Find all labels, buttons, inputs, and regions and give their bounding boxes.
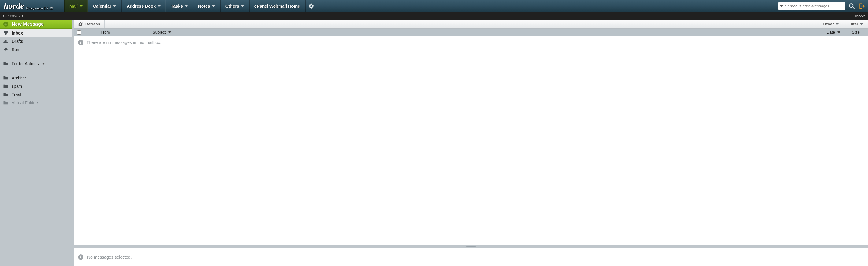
plus-circle-icon — [3, 22, 8, 27]
sidebar-folder-trash[interactable]: Trash — [0, 90, 71, 98]
refresh-button[interactable]: Refresh — [74, 20, 104, 28]
preview-empty-text: No messages selected. — [87, 255, 132, 260]
nav-mail[interactable]: Mail — [64, 0, 88, 12]
chevron-down-icon — [836, 23, 839, 25]
column-headers: From Subject Date Size — [74, 29, 868, 36]
refresh-icon — [78, 22, 83, 27]
drafts-icon — [3, 39, 8, 44]
search-input[interactable] — [785, 4, 844, 8]
sidebar: New Message Inbox Drafts Sent Folder Act… — [0, 20, 71, 266]
nav-calendar-label: Calendar — [93, 4, 111, 8]
chevron-down-icon — [212, 5, 215, 7]
column-from[interactable]: From — [99, 30, 151, 35]
gear-icon — [308, 3, 314, 9]
brand-tagline: Groupware 5.2.22 — [26, 6, 53, 12]
column-date[interactable]: Date — [807, 30, 843, 35]
main-area: New Message Inbox Drafts Sent Folder Act… — [0, 20, 868, 266]
new-message-button[interactable]: New Message — [0, 20, 71, 29]
search-button[interactable] — [848, 3, 855, 9]
svg-line-1 — [853, 7, 855, 8]
filter-dropdown[interactable]: Filter — [843, 20, 868, 28]
sidebar-item-sent[interactable]: Sent — [0, 45, 71, 54]
status-strip: 08/30/2020 Inbox — [0, 12, 868, 20]
nav-mail-label: Mail — [69, 4, 78, 8]
sent-icon — [3, 47, 8, 52]
info-icon: i — [78, 40, 84, 45]
sidebar-folder-spam[interactable]: spam — [0, 82, 71, 90]
chevron-down-icon — [157, 5, 161, 7]
folder-icon — [3, 76, 8, 80]
nav-notes-label: Notes — [198, 4, 210, 8]
sidebar-item-drafts[interactable]: Drafts — [0, 37, 71, 45]
chevron-down-icon — [113, 5, 116, 7]
folder-actions-label: Folder Actions — [11, 61, 39, 66]
sidebar-item-label: Drafts — [11, 39, 23, 44]
nav-tasks[interactable]: Tasks — [166, 0, 193, 12]
filter-label: Filter — [848, 22, 858, 26]
other-dropdown[interactable]: Other — [818, 20, 844, 28]
message-toolbar: Refresh Other Filter — [74, 20, 868, 29]
column-from-label: From — [101, 30, 110, 35]
sidebar-item-label: Archive — [11, 75, 26, 80]
sidebar-folder-archive[interactable]: Archive — [0, 74, 71, 82]
info-icon: i — [78, 254, 84, 260]
chevron-down-icon — [168, 32, 171, 33]
folder-icon — [3, 84, 8, 88]
svg-point-0 — [849, 4, 853, 7]
nav-address-book-label: Address Book — [127, 4, 156, 8]
chevron-down-icon — [80, 5, 83, 7]
content-pane: Refresh Other Filter From Subject — [74, 20, 868, 266]
settings-button[interactable] — [305, 0, 317, 12]
primary-nav: Mail Calendar Address Book Tasks Notes O… — [64, 0, 317, 12]
refresh-label: Refresh — [85, 22, 100, 26]
column-subject[interactable]: Subject — [151, 30, 807, 35]
message-preview-pane: i No messages selected. — [74, 248, 868, 266]
horizontal-splitter[interactable] — [74, 245, 868, 248]
new-message-label: New Message — [11, 22, 44, 27]
column-size[interactable]: Size — [843, 30, 868, 35]
chevron-down-icon — [42, 63, 45, 65]
sidebar-item-inbox[interactable]: Inbox — [0, 29, 71, 37]
brand-logo: horde — [4, 0, 24, 12]
inbox-icon — [3, 31, 8, 35]
sidebar-divider — [0, 56, 71, 56]
empty-mailbox-text: There are no messages in this mailbox. — [87, 40, 161, 45]
nav-cpanel-home[interactable]: cPanel Webmail Home — [249, 0, 305, 12]
logout-button[interactable] — [858, 3, 865, 9]
sidebar-item-label: Inbox — [11, 31, 23, 35]
nav-others-label: Others — [225, 4, 239, 8]
column-date-label: Date — [827, 30, 835, 35]
logout-icon — [858, 3, 865, 9]
nav-others[interactable]: Others — [220, 0, 249, 12]
vertical-splitter[interactable] — [71, 20, 74, 266]
folder-actions-dropdown[interactable]: Folder Actions — [0, 59, 71, 68]
column-subject-label: Subject — [153, 30, 166, 35]
top-navbar: horde Groupware 5.2.22 Mail Calendar Add… — [0, 0, 868, 12]
search-icon — [848, 3, 855, 9]
other-label: Other — [823, 22, 834, 26]
chevron-down-icon — [860, 23, 863, 25]
folder-icon — [3, 92, 8, 97]
nav-cpanel-home-label: cPanel Webmail Home — [254, 4, 300, 8]
search-box — [778, 2, 845, 10]
folder-icon — [3, 101, 8, 105]
folder-icon — [3, 62, 8, 66]
brand: horde Groupware 5.2.22 — [0, 0, 64, 12]
sidebar-item-label: Sent — [11, 47, 21, 52]
sidebar-item-label: spam — [11, 84, 22, 89]
nav-address-book[interactable]: Address Book — [121, 0, 166, 12]
nav-notes[interactable]: Notes — [193, 0, 220, 12]
chevron-down-icon — [837, 32, 840, 33]
sidebar-divider — [0, 71, 71, 71]
sidebar-item-label: Virtual Folders — [11, 100, 39, 105]
column-checkbox — [74, 30, 85, 35]
nav-calendar[interactable]: Calendar — [88, 0, 121, 12]
topbar-right — [775, 0, 868, 12]
search-scope-dropdown[interactable] — [780, 5, 783, 7]
column-size-label: Size — [852, 30, 860, 35]
select-all-checkbox[interactable] — [77, 30, 81, 35]
sidebar-folder-virtual[interactable]: Virtual Folders — [0, 98, 71, 107]
message-list: i There are no messages in this mailbox. — [74, 36, 868, 245]
nav-tasks-label: Tasks — [171, 4, 183, 8]
empty-mailbox-notice: i There are no messages in this mailbox. — [74, 36, 868, 49]
